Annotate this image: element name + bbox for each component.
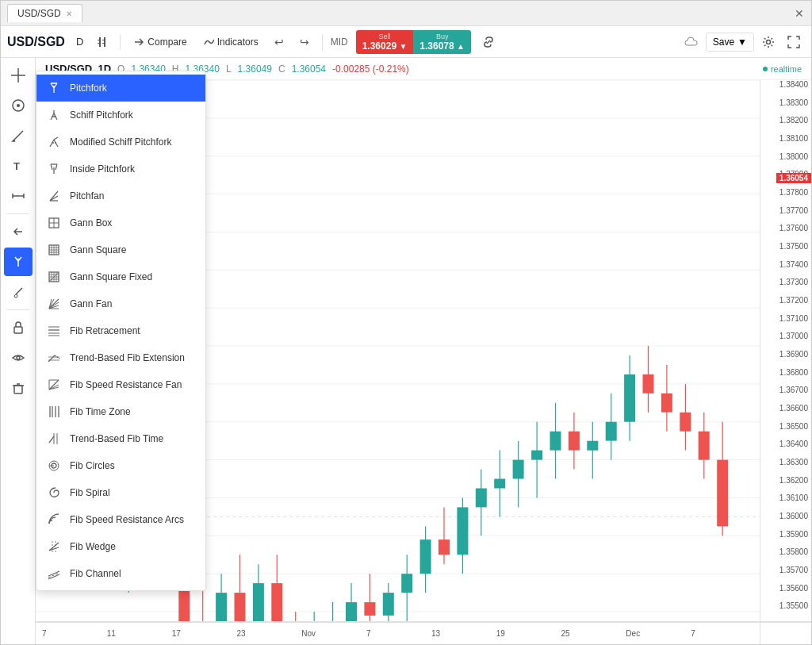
- link-icon: [482, 36, 495, 48]
- menu-item-fib-channel[interactable]: Fib Channel: [36, 560, 205, 587]
- menu-item-gann-square-fixed[interactable]: Gann Square Fixed: [36, 263, 205, 290]
- menu-item-label-fib-circles: Fib Circles: [70, 460, 115, 471]
- sidebar-tool-cursor[interactable]: [4, 91, 33, 120]
- menu-item-label-fib-spiral: Fib Spiral: [70, 487, 110, 498]
- svg-rect-147: [624, 374, 635, 422]
- sidebar-tool-lock[interactable]: [4, 313, 33, 342]
- fib-speed-arcs-icon: [46, 512, 62, 528]
- settings-button[interactable]: [757, 31, 779, 53]
- compare-button[interactable]: Compare: [127, 33, 193, 51]
- save-button[interactable]: Save ▼: [706, 33, 754, 52]
- price-change: -0.00285 (-0.21%): [332, 63, 409, 75]
- bar-type-button[interactable]: [91, 31, 113, 53]
- fullscreen-button[interactable]: [783, 31, 805, 53]
- modified-schiff-pitchfork-icon: [46, 134, 62, 150]
- menu-item-fib-speed-fan[interactable]: Fib Speed Resistance Fan: [36, 371, 205, 398]
- fib-retracement-icon: [46, 323, 62, 339]
- menu-item-trend-fib-time[interactable]: Trend-Based Fib Time: [36, 425, 205, 452]
- svg-rect-105: [235, 593, 246, 621]
- svg-rect-127: [439, 539, 450, 555]
- svg-rect-123: [401, 574, 412, 593]
- sidebar-tool-measure[interactable]: [4, 182, 33, 210]
- tab-label: USD/SGD: [17, 8, 61, 19]
- price-label-28: 1.35600: [779, 584, 808, 593]
- sidebar-tool-brush[interactable]: [4, 278, 33, 306]
- menu-item-label-gann-square-fixed: Gann Square Fixed: [70, 271, 152, 282]
- svg-rect-149: [643, 374, 654, 394]
- price-label-7: 1.37700: [779, 206, 808, 215]
- realtime-badge: realtime: [763, 64, 802, 74]
- tab-close-button[interactable]: ✕: [66, 10, 72, 18]
- main-content: T: [1, 58, 811, 644]
- sidebar-tool-trash[interactable]: [4, 374, 33, 402]
- svg-rect-17: [14, 327, 22, 333]
- fib-speed-fan-icon: [46, 377, 62, 393]
- time-label-10: 7: [691, 629, 695, 638]
- brush-icon: [11, 285, 25, 299]
- svg-rect-0: [99, 37, 101, 47]
- svg-rect-151: [661, 394, 672, 413]
- tab-usdsgd[interactable]: USD/SGD ✕: [7, 4, 82, 22]
- pen-icon: [11, 129, 25, 143]
- menu-item-modified-schiff[interactable]: Modified Schiff Pitchfork: [36, 129, 205, 155]
- cloud-button[interactable]: [680, 31, 703, 53]
- fib-channel-icon: [46, 566, 62, 582]
- price-label-9: 1.37500: [779, 242, 808, 251]
- menu-item-gann-square[interactable]: Gann Square: [36, 236, 205, 263]
- gann-square-fixed-icon: [46, 269, 62, 285]
- link-button[interactable]: [477, 31, 500, 53]
- menu-item-label-pitchfork: Pitchfork: [70, 83, 107, 94]
- menu-item-pitchfan[interactable]: Pitchfan: [36, 182, 205, 209]
- undo-button[interactable]: ↩: [268, 31, 290, 53]
- window-close-button[interactable]: ✕: [794, 8, 805, 19]
- pitchfork-icon: [11, 255, 25, 269]
- price-axis: 1.384001.383001.382001.381001.380001.379…: [760, 80, 811, 621]
- schiff-pitchfork-icon: [46, 107, 62, 123]
- timeframe-button[interactable]: D: [71, 33, 88, 50]
- menu-item-fib-wedge[interactable]: Fib Wedge: [36, 533, 205, 560]
- sidebar-tool-pen[interactable]: [4, 121, 33, 150]
- svg-rect-157: [717, 460, 728, 527]
- sidebar-tool-back[interactable]: [4, 217, 33, 246]
- price-display: Sell 1.36029 ▼ Buy 1.36078 ▲: [356, 30, 471, 54]
- pitchfork-icon: [46, 80, 62, 96]
- trend-fib-ext-icon: [46, 350, 62, 366]
- close-label: C: [278, 63, 285, 75]
- menu-item-fib-time-zone[interactable]: Fib Time Zone: [36, 398, 205, 425]
- lock-icon: [11, 321, 25, 335]
- menu-item-label-pitchfan: Pitchfan: [70, 190, 104, 202]
- menu-item-gann-box[interactable]: Gann Box: [36, 209, 205, 236]
- menu-item-trend-fib-ext[interactable]: Trend-Based Fib Extension: [36, 344, 205, 371]
- svg-rect-145: [606, 422, 617, 441]
- time-label-7: 19: [496, 629, 505, 638]
- price-label-18: 1.36600: [779, 404, 808, 413]
- sidebar-tool-pitchfork[interactable]: [4, 248, 33, 276]
- sidebar-tool-eye[interactable]: [4, 344, 33, 372]
- menu-item-pitchfork[interactable]: Pitchfork: [36, 75, 205, 102]
- menu-item-label-gann-fan: Gann Fan: [70, 298, 112, 309]
- menu-item-fib-spiral[interactable]: Fib Spiral: [36, 479, 205, 506]
- fib-time-zone-icon: [46, 404, 62, 420]
- menu-item-fib-speed-arcs[interactable]: Fib Speed Resistance Arcs: [36, 506, 205, 533]
- gann-fan-icon: [46, 296, 62, 312]
- svg-line-6: [487, 40, 490, 44]
- sidebar-tool-crosshair[interactable]: [4, 61, 33, 90]
- redo-button[interactable]: ↪: [293, 31, 316, 53]
- sidebar-tool-text[interactable]: T: [4, 152, 33, 180]
- indicators-button[interactable]: Indicators: [197, 33, 265, 51]
- menu-item-gann-fan[interactable]: Gann Fan: [36, 290, 205, 317]
- svg-rect-5: [102, 43, 105, 44]
- menu-item-fib-retracement[interactable]: Fib Retracement: [36, 317, 205, 344]
- indicators-icon: [203, 36, 214, 48]
- gann-square-icon: [46, 242, 62, 258]
- menu-item-label-fib-wedge: Fib Wedge: [70, 541, 116, 552]
- title-bar: USD/SGD ✕ ✕: [1, 1, 811, 26]
- cursor-icon: [11, 98, 25, 113]
- fib-spiral-icon: [46, 485, 62, 501]
- menu-item-fib-circles[interactable]: Fib Circles: [36, 452, 205, 479]
- price-label-26: 1.35800: [779, 547, 808, 556]
- menu-item-schiff-pitchfork[interactable]: Schiff Pitchfork: [36, 102, 205, 129]
- svg-rect-125: [420, 539, 431, 574]
- menu-item-label-fib-speed-fan: Fib Speed Resistance Fan: [70, 379, 182, 390]
- menu-item-inside-pitchfork[interactable]: Inside Pitchfork: [36, 155, 205, 182]
